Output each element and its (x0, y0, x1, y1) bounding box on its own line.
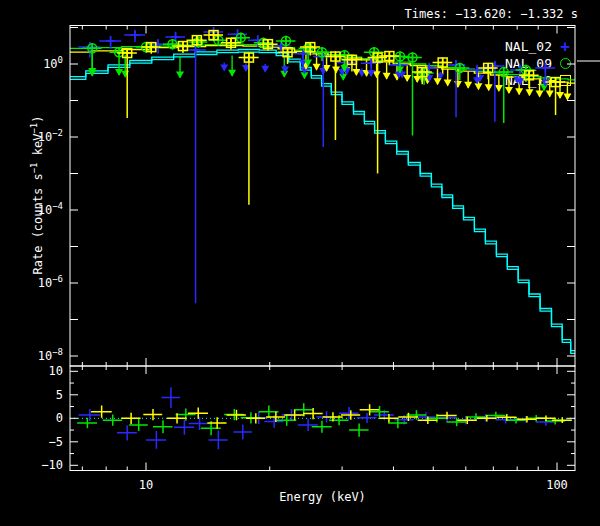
residual-series-nal_09 (77, 403, 565, 436)
res-y-tick-label: −5 (49, 435, 63, 449)
y-axis-label-part: −1 (29, 162, 39, 173)
times-label: Times: −13.620: −1.332 s (405, 7, 578, 21)
res-y-tick-label: 0 (56, 411, 63, 425)
main-panel (70, 27, 575, 353)
y-axis-label-part: ) (31, 116, 45, 123)
y-axis-label-part: keV (31, 134, 45, 163)
residual-panel (70, 387, 575, 449)
x-axis-label: Energy (keV) (70, 490, 575, 504)
spectrum-plot-svg: 1010010010−210−410−610−81050−5−10 (0, 0, 600, 526)
y-tick-label: 10−6 (38, 274, 63, 290)
model-line-cyan (70, 50, 575, 354)
res-y-tick-label: −10 (41, 458, 63, 472)
res-y-tick-label: 10 (49, 364, 63, 378)
y-axis-label-part: −1 (29, 123, 39, 134)
y-axis-label: Rate (counts s−1 keV−1) (29, 116, 45, 275)
plot-window: Times: −13.620: −1.332 s NAL_02+NAL_09NA… (0, 0, 600, 526)
res-y-tick-label: 5 (56, 388, 63, 402)
y-tick-label: 10−8 (38, 347, 63, 363)
y-tick-label: 100 (43, 55, 63, 71)
y-axis-label-part: Rate (counts s (31, 173, 45, 274)
